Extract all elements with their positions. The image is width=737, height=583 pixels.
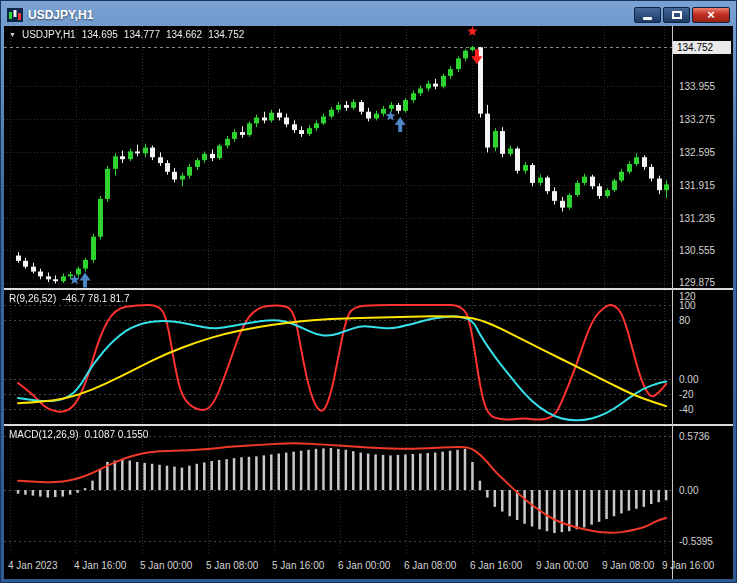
mt4-chart-window: USDJPY,H1 × ▼ USDJPY,H1 134.695 134.777 … bbox=[0, 0, 737, 583]
macd-axis[interactable]: 0.57360.00-0.5395 bbox=[672, 426, 733, 553]
axis-label: 132.595 bbox=[679, 146, 715, 157]
window-title: USDJPY,H1 bbox=[28, 8, 93, 22]
axis-label: -40 bbox=[679, 404, 693, 415]
axis-label: 0.5736 bbox=[679, 431, 710, 442]
axis-label: 131.235 bbox=[679, 212, 715, 223]
maximize-icon bbox=[672, 11, 682, 19]
minimize-icon bbox=[643, 17, 652, 20]
macd-canvas[interactable] bbox=[4, 426, 672, 553]
ohlc-info-line: ▼ USDJPY,H1 134.695 134.777 134.662 134.… bbox=[9, 29, 244, 40]
price-panel: ▼ USDJPY,H1 134.695 134.777 134.662 134.… bbox=[4, 26, 733, 288]
title-bar[interactable]: USDJPY,H1 × bbox=[4, 3, 733, 26]
axis-label: 0.00 bbox=[679, 374, 698, 385]
maximize-button[interactable] bbox=[663, 7, 690, 23]
axis-label: 130.555 bbox=[679, 245, 715, 256]
time-label: 6 Jan 08:00 bbox=[404, 560, 456, 571]
time-label: 9 Jan 00:00 bbox=[536, 560, 588, 571]
oscillator-label: R(9,26,52) bbox=[9, 293, 56, 304]
current-price-box: 134.752 bbox=[673, 41, 731, 54]
close-value: 134.752 bbox=[208, 29, 244, 40]
close-button[interactable]: × bbox=[692, 7, 730, 23]
close-icon: × bbox=[707, 8, 715, 21]
price-axis[interactable]: 133.955133.275132.595131.915131.235130.5… bbox=[672, 26, 733, 288]
open-value: 134.695 bbox=[82, 29, 118, 40]
time-label: 4 Jan 16:00 bbox=[74, 560, 126, 571]
high-value: 134.777 bbox=[124, 29, 160, 40]
oscillator-canvas[interactable] bbox=[4, 290, 672, 424]
symbol-dropdown-icon[interactable]: ▼ bbox=[9, 31, 16, 38]
axis-label: 129.875 bbox=[679, 277, 715, 288]
time-label: 6 Jan 16:00 bbox=[470, 560, 522, 571]
candlestick-chart-icon bbox=[7, 8, 23, 22]
axis-label: -20 bbox=[679, 389, 693, 400]
axis-label: 0.00 bbox=[679, 485, 698, 496]
minimize-button[interactable] bbox=[634, 7, 661, 23]
low-value: 134.662 bbox=[166, 29, 202, 40]
time-label: 4 Jan 2023 bbox=[8, 560, 58, 571]
time-label: 5 Jan 00:00 bbox=[140, 560, 192, 571]
time-label: 9 Jan 16:00 bbox=[662, 560, 714, 571]
price-chart-canvas[interactable] bbox=[4, 26, 672, 288]
oscillator-info-line: R(9,26,52) -46.7 78.1 81.7 bbox=[9, 293, 130, 304]
macd-label: MACD(12,26,9) bbox=[9, 429, 78, 440]
oscillator-values: -46.7 78.1 81.7 bbox=[62, 293, 129, 304]
axis-label: 100 bbox=[679, 299, 696, 310]
oscillator-axis[interactable]: 120100800.00-20-40 bbox=[672, 290, 733, 424]
time-label: 6 Jan 00:00 bbox=[338, 560, 390, 571]
axis-label: 133.275 bbox=[679, 113, 715, 124]
axis-label: -0.5395 bbox=[679, 535, 713, 546]
axis-label: 133.955 bbox=[679, 80, 715, 91]
time-label: 5 Jan 16:00 bbox=[272, 560, 324, 571]
macd-info-line: MACD(12,26,9) 0.1087 0.1550 bbox=[9, 429, 148, 440]
time-label: 5 Jan 08:00 bbox=[206, 560, 258, 571]
macd-values: 0.1087 0.1550 bbox=[84, 429, 148, 440]
oscillator-panel: R(9,26,52) -46.7 78.1 81.7 120100800.00-… bbox=[4, 290, 733, 424]
chart-content: ▼ USDJPY,H1 134.695 134.777 134.662 134.… bbox=[4, 26, 733, 579]
window-controls: × bbox=[634, 7, 730, 23]
axis-label: 131.915 bbox=[679, 179, 715, 190]
macd-panel: MACD(12,26,9) 0.1087 0.1550 0.57360.00-0… bbox=[4, 426, 733, 553]
symbol-timeframe-label: USDJPY,H1 bbox=[22, 29, 76, 40]
time-axis[interactable]: 4 Jan 20234 Jan 16:005 Jan 00:005 Jan 08… bbox=[4, 553, 733, 579]
time-label: 9 Jan 08:00 bbox=[602, 560, 654, 571]
axis-label: 80 bbox=[679, 314, 690, 325]
